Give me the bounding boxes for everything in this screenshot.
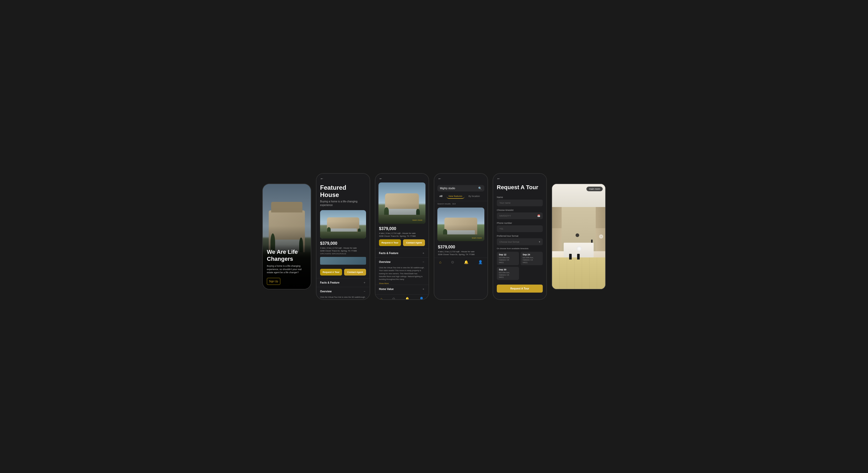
property-address-detail: 3206 Clover Trace Dr, Spring, TX 77386 — [379, 235, 425, 237]
upper-left-cabinets — [552, 207, 562, 228]
timeslot-addr-3: 820 89th Ave, Oakland, CA94621 — [499, 271, 517, 278]
search-icon: 🔍 — [478, 187, 482, 190]
tab-all[interactable]: All — [437, 194, 444, 199]
learn-more-search[interactable]: learn more — [472, 237, 482, 239]
phone-screen-1: We Are Life Changers Buying a home is a … — [262, 183, 311, 290]
overview-title: Overview — [320, 290, 332, 293]
right-arrow-icon[interactable]: › — [599, 234, 603, 239]
action-buttons-featured: Request A Tour Contact Agent — [316, 269, 370, 278]
room-label: main room — [586, 187, 603, 191]
timeslot-date-1: Sep 12 — [499, 253, 517, 256]
nav-profile-screen4[interactable]: 👤 — [478, 260, 483, 264]
available-timeslots-label: Or choose from available timeslots — [497, 247, 543, 250]
phone-input[interactable]: +01 — [497, 226, 543, 232]
home-value-label-detail: Home Value — [379, 288, 394, 291]
search-text: Mighty studio — [440, 187, 476, 190]
stool-right — [577, 254, 580, 260]
featured-screen: ← Featured House Buying a home is a life… — [316, 174, 370, 299]
search-result-image: learn more — [437, 208, 485, 241]
name-input[interactable]: Your name — [497, 200, 543, 206]
search-bar[interactable]: Mighty studio 🔍 — [437, 185, 485, 191]
chevron-down-icon: ▾ — [539, 240, 540, 243]
property-image-featured — [320, 210, 366, 239]
overview-text-detail: Click the Virtual Tour link to view the … — [379, 266, 425, 282]
search-screen: ← Mighty studio 🔍 All New features By lo… — [434, 174, 488, 299]
request-tour-button-detail[interactable]: Request A Tour — [379, 239, 401, 246]
learn-more-detail[interactable]: learn more — [412, 219, 423, 221]
home-value-row-detail[interactable]: Home Value ＋ — [375, 285, 429, 293]
splash-content: We Are Life Changers Buying a home is a … — [263, 244, 311, 289]
plus-icon-detail: ＋ — [422, 251, 425, 255]
property-details-detail: $379,000 4 bds | 3 ba | 2,710 sqft - Hou… — [375, 224, 429, 239]
property-specs-search: 4 bds | 3 ba | 2,710 sqft - House for sa… — [438, 250, 484, 253]
timeslot-card-1[interactable]: Sep 12 820 89th Ave, Oakland, CA94621 — [497, 252, 519, 265]
property-thumbnail — [320, 257, 366, 265]
nav-dot[interactable] — [576, 233, 579, 237]
property-photo — [320, 210, 366, 239]
contact-agent-button-detail[interactable]: Contact Agent — [403, 239, 425, 246]
property-address-search: 3206 Clover Trace Dr, Spring, TX 77386 — [438, 253, 484, 256]
facts-row-detail[interactable]: Facts & Feature ＋ — [375, 249, 429, 258]
nav-home-screen3[interactable]: ⌂ — [380, 297, 382, 299]
tab-new-features[interactable]: New features — [447, 194, 464, 199]
overview-section: Overview － Click the Virtual Tour link t… — [316, 287, 370, 299]
contact-agent-button-featured[interactable]: Contact Agent — [344, 269, 366, 275]
floor — [552, 258, 605, 289]
nav-search-screen3[interactable]: ⊙ — [392, 297, 395, 299]
show-more-detail[interactable]: Show More — [379, 282, 425, 285]
screen4-header: ← — [434, 174, 488, 182]
facts-label: Facts & Feature — [320, 281, 339, 284]
tab-by-location[interactable]: By location — [467, 194, 482, 199]
overview-title-detail: Overview — [379, 261, 390, 263]
timeslots-section: Or choose from available timeslots Sep 1… — [493, 245, 547, 283]
format-select[interactable]: Choose tour format ▾ — [497, 238, 543, 245]
property-details-search: $379,000 4 bds | 3 ba | 2,710 sqft - Hou… — [434, 242, 488, 258]
screens-container: We Are Life Changers Buying a home is a … — [262, 173, 606, 300]
stool-left — [569, 254, 572, 260]
upper-right-cabinets — [596, 207, 605, 228]
timeslot-card-3[interactable]: Sep 30 820 89th Ave, Oakland, CA94621 — [497, 267, 519, 280]
back-button-screen3[interactable]: ← — [379, 177, 382, 180]
facts-feature-row[interactable]: Facts & Feature ＋ — [316, 278, 370, 287]
detail-screen: ← learn more $379,000 4 bds | 3 ba | 2,7… — [375, 174, 429, 299]
screen3-header: ← — [375, 174, 429, 182]
nav-bell-screen4[interactable]: 🔔 — [464, 260, 468, 264]
property-details-featured: $379,000 4 bds | 3 ba | 2,710 sqft - Hou… — [316, 239, 370, 269]
floor-pattern — [552, 258, 605, 289]
back-button-screen4[interactable]: ← — [438, 177, 441, 180]
search-bar-container: Mighty studio 🔍 — [434, 182, 488, 194]
timeslot-label: Choose timeslot — [497, 209, 543, 211]
phone-screen-5: ← Request A Tour Name Your name Choose t… — [493, 173, 547, 300]
property-specs-detail: 4 bds | 3 ba | 2,710 sqft - House for sa… — [379, 232, 425, 234]
bottom-nav-screen4: ⌂ ⊙ 🔔 👤 — [434, 258, 488, 266]
overview-header: Overview － — [320, 287, 366, 296]
timeslot-addr-1: 820 89th Ave, Oakland, CA94621 — [499, 257, 517, 263]
splash-title: We Are Life Changers — [267, 249, 307, 262]
room-view: › main room — [552, 184, 605, 289]
timeslot-input[interactable]: MM/DD/YY 📅 — [497, 212, 543, 219]
request-tour-button-featured[interactable]: Request A Tour — [320, 269, 342, 275]
featured-title-section: Featured House Buying a home is a life-c… — [316, 182, 370, 210]
featured-main-title: Featured House — [320, 184, 366, 198]
back-button-screen5[interactable]: ← — [497, 177, 500, 180]
timeslot-date-3: Sep 30 — [499, 268, 517, 271]
tour-screen: ← Request A Tour Name Your name Choose t… — [493, 174, 547, 299]
timeslot-card-2[interactable]: Sep 24 820 89th Ave, Oakland, CA94621 — [521, 252, 543, 265]
submit-tour-button[interactable]: Request A Tour — [497, 285, 543, 293]
results-count: 314 — [452, 203, 456, 205]
phone-screen-4: ← Mighty studio 🔍 All New features By lo… — [434, 173, 488, 300]
sign-up-button[interactable]: Sign Up — [267, 278, 280, 285]
nav-home-screen4[interactable]: ⌂ — [439, 260, 441, 264]
back-button-screen2[interactable]: ← — [320, 177, 324, 180]
property-address-featured: 3206 Clover Trace Dr, Spring, TX 77386 — [320, 250, 366, 252]
property-brokerage: ORCHARD BROKERAGE — [320, 253, 366, 255]
nav-search-screen4[interactable]: ⊙ — [451, 260, 454, 264]
nav-profile-screen3[interactable]: 👤 — [419, 297, 424, 299]
minus-icon-overview: － — [363, 289, 366, 294]
facts-label-detail: Facts & Feature — [379, 252, 398, 255]
splash-screen: We Are Life Changers Buying a home is a … — [263, 184, 311, 289]
phone-screen-6: › main room — [552, 183, 606, 290]
overview-text: Click the Virtual Tour link to view the … — [320, 296, 366, 299]
tour-form: Name Your name Choose timeslot MM/DD/YY … — [493, 196, 547, 245]
nav-bell-screen3[interactable]: 🔔 — [405, 297, 409, 299]
